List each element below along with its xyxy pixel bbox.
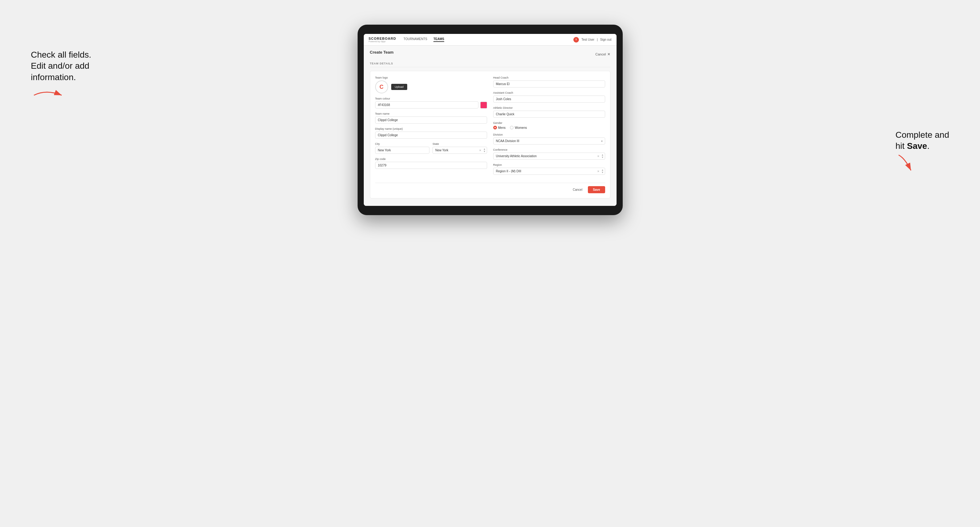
left-annotation: Check all fields. Edit and/or add inform… [31, 49, 91, 106]
annotation-right-line1: Complete and [896, 130, 949, 140]
form-footer: Cancel Save [375, 183, 605, 193]
brand-sub: Powered by clippi [369, 40, 396, 43]
zip-input[interactable] [375, 162, 487, 169]
region-select-wrapper: Region II - (M) DIII ✕ ▲▼ [493, 168, 605, 175]
city-label: City [375, 142, 430, 146]
team-colour-label: Team colour [375, 97, 487, 100]
state-select-wrapper: New York ✕ ▲▼ [433, 147, 487, 154]
head-coach-label: Head Coach [493, 76, 605, 79]
region-group: Region Region II - (M) DIII ✕ ▲▼ [493, 163, 605, 175]
conference-select[interactable]: University Athletic Association [493, 152, 605, 160]
annotation-line2: Edit and/or add [31, 61, 89, 71]
city-field-group: City [375, 142, 430, 154]
athletic-director-input[interactable] [493, 111, 605, 118]
page-title: Create Team [370, 50, 394, 54]
division-label: Division [493, 133, 605, 136]
navbar-right: T Test User | Sign out [573, 37, 612, 43]
brand-logo: SCOREBOARD Powered by clippi [369, 37, 396, 43]
form-card: Team logo C Upload Team colour [370, 71, 610, 198]
tablet-frame: SCOREBOARD Powered by clippi TOURNAMENTS… [358, 25, 623, 215]
conference-select-wrapper: University Athletic Association ✕ ▲▼ [493, 152, 605, 160]
nav-separator: | [597, 38, 598, 41]
division-select[interactable]: NCAA Division III [493, 137, 605, 144]
region-select[interactable]: Region II - (M) DIII [493, 168, 605, 175]
city-state-row: City State New York [375, 142, 487, 154]
team-logo-group: Team logo C Upload [375, 76, 487, 94]
gender-radio-group: Mens Womens [493, 126, 605, 129]
womens-label: Womens [515, 126, 527, 129]
display-name-group: Display name (unique) [375, 127, 487, 139]
head-coach-group: Head Coach [493, 76, 605, 87]
division-group: Division NCAA Division III ▼ [493, 133, 605, 144]
upload-button[interactable]: Upload [391, 84, 407, 90]
user-name: Test User [581, 38, 594, 41]
conference-label: Conference [493, 148, 605, 151]
left-arrow-icon [31, 86, 68, 105]
avatar: T [573, 37, 579, 43]
close-icon: ✕ [607, 52, 610, 56]
display-name-label: Display name (unique) [375, 127, 487, 130]
annotation-right-line2: hit [896, 141, 907, 151]
division-select-wrapper: NCAA Division III ▼ [493, 137, 605, 144]
cancel-x-button[interactable]: Cancel ✕ [595, 52, 610, 56]
nav-links: TOURNAMENTS TEAMS [404, 37, 444, 42]
head-coach-input[interactable] [493, 81, 605, 87]
state-clear-icon[interactable]: ✕ [479, 149, 482, 152]
team-colour-group: Team colour [375, 97, 487, 108]
page-title-row: Create Team Cancel ✕ [370, 50, 610, 58]
team-name-group: Team name [375, 112, 487, 124]
conference-clear-icon[interactable]: ✕ [597, 155, 600, 158]
team-name-input[interactable] [375, 116, 487, 124]
assistant-coach-input[interactable] [493, 95, 605, 103]
color-swatch[interactable] [480, 102, 487, 108]
athletic-director-label: Athletic Director [493, 106, 605, 110]
athletic-director-group: Athletic Director [493, 106, 605, 118]
form-columns: Team logo C Upload Team colour [375, 76, 605, 178]
state-field-group: State New York ✕ ▲▼ [433, 142, 487, 154]
form-left-col: Team logo C Upload Team colour [375, 76, 487, 178]
logo-circle: C [375, 81, 388, 94]
display-name-input[interactable] [375, 132, 487, 139]
nav-teams[interactable]: TEAMS [433, 37, 444, 42]
zip-code-group: Zip code [375, 157, 487, 169]
right-arrow-icon [896, 152, 932, 176]
region-label: Region [493, 163, 605, 167]
city-input[interactable] [375, 147, 430, 154]
zip-label: Zip code [375, 157, 487, 160]
assistant-coach-group: Assistant Coach [493, 91, 605, 103]
region-clear-icon[interactable]: ✕ [597, 170, 600, 173]
conference-group: Conference University Athletic Associati… [493, 148, 605, 160]
form-right-col: Head Coach Assistant Coach Athletic Dire… [493, 76, 605, 178]
team-colour-input[interactable] [375, 102, 479, 108]
womens-radio-dot[interactable] [510, 126, 514, 129]
team-logo-label: Team logo [375, 76, 487, 79]
assistant-coach-label: Assistant Coach [493, 91, 605, 94]
annotation-line1: Check all fields. [31, 50, 91, 59]
team-logo-container: C Upload [375, 81, 487, 94]
tablet-screen: SCOREBOARD Powered by clippi TOURNAMENTS… [364, 34, 617, 206]
nav-tournaments[interactable]: TOURNAMENTS [404, 37, 427, 42]
brand-name: SCOREBOARD [369, 37, 396, 40]
annotation-line3: information. [31, 72, 76, 82]
sign-out-link[interactable]: Sign out [600, 38, 612, 41]
state-label: State [433, 142, 487, 146]
page-content: Create Team Cancel ✕ TEAM DETAILS [364, 46, 617, 206]
gender-label: Gender [493, 121, 605, 124]
annotation-right-bold: Save [907, 141, 927, 151]
color-input-row [375, 102, 487, 108]
annotation-right-end: . [927, 141, 929, 151]
gender-group: Gender Mens Womens [493, 121, 605, 129]
mens-label: Mens [498, 126, 506, 129]
gender-womens-option[interactable]: Womens [510, 126, 527, 129]
save-button[interactable]: Save [588, 186, 605, 193]
navbar: SCOREBOARD Powered by clippi TOURNAMENTS… [364, 34, 617, 46]
mens-radio-dot[interactable] [493, 126, 497, 129]
team-name-label: Team name [375, 112, 487, 115]
gender-mens-option[interactable]: Mens [493, 126, 506, 129]
section-header: TEAM DETAILS [370, 62, 610, 67]
cancel-button[interactable]: Cancel [570, 186, 585, 193]
city-state-group: City State New York [375, 142, 487, 154]
right-annotation: Complete and hit Save. [896, 129, 949, 178]
